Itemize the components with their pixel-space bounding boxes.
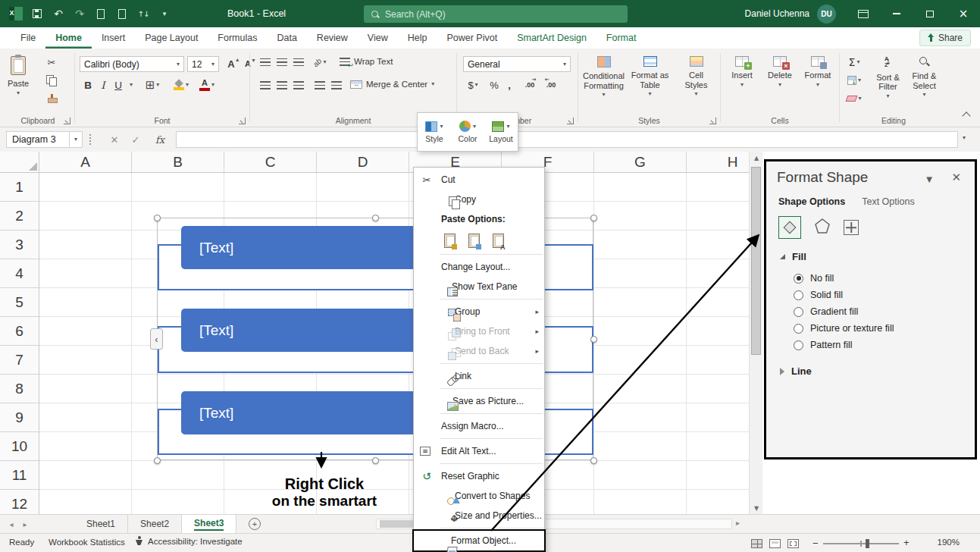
quick-color-button[interactable]: ▾Color (451, 113, 484, 151)
format-painter-button[interactable] (42, 91, 61, 106)
underline-button[interactable]: U (111, 77, 125, 93)
panel-dropdown-icon[interactable]: ▼ (926, 175, 932, 183)
row-header-3[interactable]: 3 (0, 231, 39, 259)
name-box[interactable]: Diagram 3 (6, 131, 70, 148)
menu-item-group[interactable]: Group▸ (414, 302, 544, 321)
smartart-text-shape[interactable]: [Text] (181, 309, 425, 352)
sheet-tab-sheet1[interactable]: Sheet1 (74, 515, 128, 533)
size-properties-icon[interactable] (844, 220, 859, 235)
styles-button-cell-styles[interactable]: CellStyles▾ (674, 53, 719, 97)
number-format-combo[interactable]: General▾ (463, 56, 571, 72)
increase-indent-button[interactable] (327, 77, 346, 93)
editing-button-sort-filter[interactable]: AZSort &Filter▾ (870, 53, 906, 99)
row-header-6[interactable]: 6 (0, 317, 39, 346)
clipboard-dialog-launcher[interactable] (64, 118, 70, 124)
row-header-5[interactable]: 5 (0, 288, 39, 317)
maximize-button[interactable] (913, 0, 947, 27)
tab-smartart-design[interactable]: SmartArt Design (507, 27, 596, 49)
row-header-4[interactable]: 4 (0, 259, 39, 288)
page-layout-view-button[interactable] (767, 538, 782, 549)
menu-item-cut[interactable]: Cut (414, 170, 544, 190)
line-section-header[interactable]: Line (780, 365, 975, 377)
selection-handle[interactable] (372, 457, 379, 464)
top-align-button[interactable] (256, 55, 274, 70)
column-header-a[interactable]: A (39, 152, 132, 172)
tab-format[interactable]: Format (596, 27, 647, 49)
previous-sheet-icon[interactable]: ◂ (5, 515, 18, 533)
comma-style-button[interactable]: , (504, 77, 515, 93)
zoom-slider-thumb[interactable] (866, 539, 869, 548)
middle-align-button[interactable] (273, 55, 291, 70)
sheet-tab-sheet2[interactable]: Sheet2 (128, 515, 182, 533)
row-header-12[interactable]: 12 (0, 490, 39, 514)
excel-logo-icon[interactable] (6, 2, 26, 25)
accessibility-status[interactable]: Accessibility: Investigate (135, 536, 243, 546)
paste-option-merge-formatting[interactable] (465, 231, 482, 249)
search-box[interactable]: Search (Alt+Q) (364, 5, 628, 23)
styles-dialog-launcher[interactable] (709, 118, 716, 124)
selection-handle[interactable] (590, 215, 597, 221)
tab-data[interactable]: Data (267, 27, 306, 49)
fill-option-no-fill[interactable]: No fill (794, 270, 975, 287)
smartart-text-shape[interactable]: [Text] (181, 226, 425, 269)
selection-handle[interactable] (590, 336, 597, 343)
styles-button-conditional-formatting[interactable]: ConditionalFormatting▾ (581, 53, 626, 98)
expand-formula-bar-icon[interactable]: ▾ (963, 135, 966, 141)
redo-icon[interactable] (70, 2, 89, 25)
fill-option-gradient-fill[interactable]: Gradient fill (794, 303, 975, 320)
tab-formulas[interactable]: Formulas (208, 27, 267, 49)
paste-option-keep-text-only[interactable] (490, 231, 506, 249)
menu-item-paste-options[interactable]: Paste Options: (414, 209, 544, 229)
fill-section-header[interactable]: Fill (780, 251, 975, 262)
font-name-combo[interactable]: Calibri (Body)▾ (80, 56, 184, 72)
editing-button-find-select[interactable]: Find &Select▾ (906, 53, 942, 98)
new-file-icon[interactable] (91, 2, 111, 25)
wrap-text-button[interactable]: Wrap Text (340, 57, 393, 66)
open-file-icon[interactable] (112, 2, 132, 25)
collapse-ribbon-icon[interactable] (962, 111, 970, 120)
decrease-indent-button[interactable] (311, 77, 329, 93)
quick-style-button[interactable]: ▾Style (418, 113, 451, 151)
share-button[interactable]: Share (919, 30, 971, 46)
menu-item-edit-alt-text[interactable]: Edit Alt Text... (414, 441, 544, 461)
column-header-g[interactable]: G (594, 152, 687, 172)
tab-help[interactable]: Help (398, 27, 437, 49)
italic-button[interactable]: I (96, 77, 110, 93)
font-size-combo[interactable]: 12▾ (187, 56, 219, 72)
user-name[interactable]: Daniel Uchenna (745, 8, 809, 19)
font-color-button[interactable]: A▾ (196, 77, 218, 93)
menu-item-convert-to-shapes[interactable]: Convert to Shapes (414, 486, 544, 506)
cancel-icon[interactable]: ✕ (106, 131, 123, 148)
ribbon-display-options-icon[interactable] (847, 0, 880, 27)
styles-button-format-as-table[interactable]: Format asTable▾ (628, 53, 672, 97)
vertical-scrollbar[interactable]: ▲ ▼ (749, 152, 762, 514)
sort-icon[interactable] (133, 2, 153, 25)
sheet-tab-sheet3[interactable]: Sheet3 (182, 515, 236, 533)
menu-item-assign-macro[interactable]: Assign Macro... (414, 416, 544, 436)
name-box-dropdown[interactable]: ▾ (70, 131, 83, 148)
smartart-text-shape[interactable]: [Text] (181, 391, 425, 434)
paste-option-keep-source-formatting[interactable] (441, 231, 458, 249)
select-all-corner[interactable] (0, 152, 39, 173)
page-break-view-button[interactable] (785, 538, 800, 549)
scroll-right-icon[interactable]: ▸ (736, 519, 740, 527)
zoom-level[interactable]: 190% (926, 538, 960, 547)
orientation-button[interactable]: ab▾ (311, 55, 329, 70)
percent-style-button[interactable]: % (487, 77, 501, 93)
menu-item-link[interactable]: Link (414, 366, 544, 386)
next-sheet-icon[interactable]: ▸ (18, 515, 32, 533)
fill-option-solid-fill[interactable]: Solid fill (794, 287, 975, 303)
increase-decimal-button[interactable]: .00 (521, 77, 539, 93)
menu-item-save-as-picture[interactable]: Save as Picture... (414, 391, 544, 411)
formula-input[interactable] (176, 131, 958, 148)
menu-item-show-text-pane[interactable]: Show Text Pane (414, 277, 544, 296)
tab-home[interactable]: Home (45, 27, 92, 49)
paste-button[interactable]: Paste ▾ (8, 53, 29, 96)
menu-item-copy[interactable]: Copy (414, 190, 544, 209)
effects-icon[interactable] (813, 217, 831, 238)
tab-power-pivot[interactable]: Power Pivot (437, 27, 507, 49)
zoom-slider[interactable] (823, 543, 899, 544)
borders-button[interactable]: ▾ (143, 77, 161, 93)
column-header-b[interactable]: B (132, 152, 224, 172)
number-dialog-launcher[interactable] (567, 118, 574, 124)
